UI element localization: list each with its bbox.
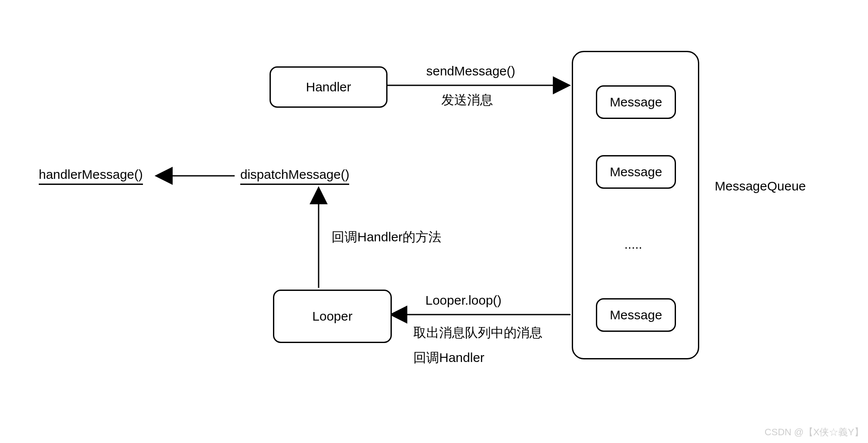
callback-handler-label: 回调Handler	[413, 349, 484, 367]
message-queue-label: MessageQueue	[715, 179, 806, 193]
ellipsis-label: .....	[624, 237, 642, 252]
handler-box: Handler	[270, 66, 388, 108]
callback-handler-method-label: 回调Handler的方法	[332, 228, 441, 246]
looper-box: Looper	[273, 290, 392, 343]
message-label-2: Message	[610, 165, 662, 179]
message-box-2: Message	[596, 155, 676, 189]
dispatch-message-text: dispatchMessage()	[240, 167, 349, 185]
diagram-canvas: Handler sendMessage() 发送消息 MessageQueue …	[0, 0, 868, 443]
looper-label: Looper	[312, 309, 352, 324]
message-label-3: Message	[610, 308, 662, 322]
message-box-1: Message	[596, 85, 676, 119]
looper-loop-label: Looper.loop()	[425, 293, 502, 308]
message-label-1: Message	[610, 95, 662, 109]
send-message-cn-label: 发送消息	[441, 91, 493, 109]
dequeue-cn-label: 取出消息队列中的消息	[413, 324, 542, 342]
handler-message-text: handlerMessage()	[39, 167, 143, 185]
handler-label: Handler	[306, 80, 351, 94]
watermark-text: CSDN @【X侠☆義Y】	[765, 426, 864, 439]
message-box-3: Message	[596, 298, 676, 332]
send-message-label: sendMessage()	[426, 64, 515, 78]
